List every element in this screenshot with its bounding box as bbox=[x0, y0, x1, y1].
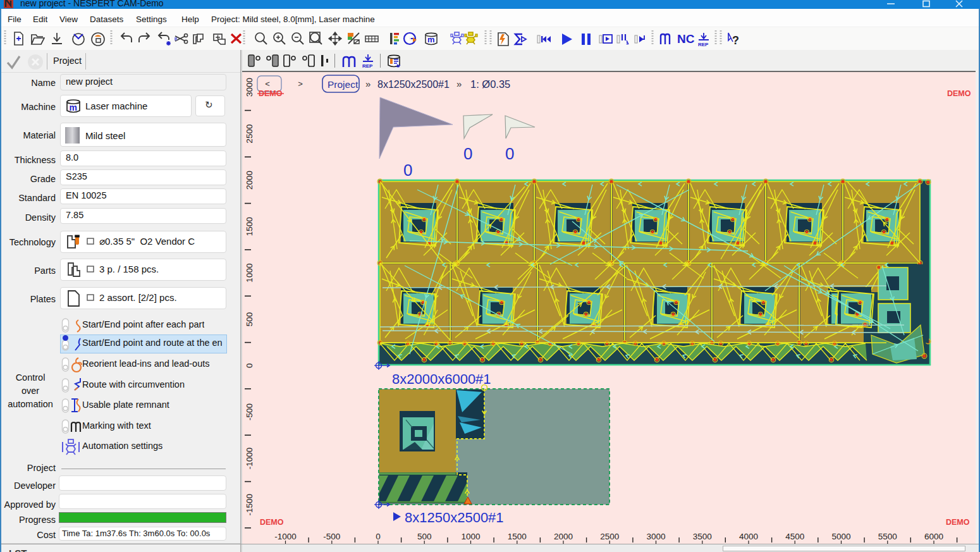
svg-text:6000: 6000 bbox=[924, 532, 943, 541]
svg-text:-1000: -1000 bbox=[245, 448, 254, 470]
svg-text:2500: 2500 bbox=[600, 532, 619, 541]
svg-text:»: » bbox=[365, 78, 371, 89]
svg-text:m: m bbox=[427, 35, 435, 44]
svg-text:-500: -500 bbox=[323, 532, 340, 541]
svg-text:DEMO: DEMO bbox=[946, 518, 970, 527]
svg-text:0: 0 bbox=[505, 144, 514, 163]
svg-text:2000: 2000 bbox=[245, 171, 254, 190]
svg-text:0: 0 bbox=[403, 161, 412, 180]
svg-text:5000: 5000 bbox=[831, 532, 850, 541]
svg-text:-1000: -1000 bbox=[274, 532, 297, 541]
svg-text:1500: 1500 bbox=[245, 217, 254, 236]
svg-text:1000: 1000 bbox=[461, 532, 480, 541]
svg-text:8x2000x6000#1: 8x2000x6000#1 bbox=[392, 371, 491, 387]
svg-text:2500: 2500 bbox=[245, 125, 254, 144]
svg-text:3000: 3000 bbox=[245, 78, 254, 97]
svg-text:8x1250x2500#1: 8x1250x2500#1 bbox=[405, 510, 504, 525]
svg-text:-500: -500 bbox=[245, 403, 254, 420]
svg-text:<: < bbox=[265, 79, 270, 89]
svg-text:NC: NC bbox=[677, 32, 695, 46]
svg-text:0: 0 bbox=[245, 364, 254, 369]
svg-text:1: Ø0.35: 1: Ø0.35 bbox=[470, 78, 510, 90]
svg-text:DEMO: DEMO bbox=[260, 518, 284, 527]
svg-text:3000: 3000 bbox=[646, 532, 665, 541]
svg-text:0: 0 bbox=[376, 532, 381, 541]
svg-text:-1500: -1500 bbox=[245, 494, 254, 516]
svg-text:»: » bbox=[456, 78, 462, 89]
svg-text:DEMO: DEMO bbox=[947, 89, 971, 98]
svg-text:REP: REP bbox=[362, 63, 373, 69]
svg-text:3500: 3500 bbox=[693, 532, 712, 541]
svg-text:1500: 1500 bbox=[508, 532, 527, 541]
svg-text:m: m bbox=[70, 102, 77, 113]
svg-text:?: ? bbox=[732, 34, 739, 47]
svg-text:REP: REP bbox=[698, 42, 709, 47]
svg-text:2000: 2000 bbox=[554, 532, 573, 541]
svg-text:5500: 5500 bbox=[878, 532, 897, 541]
svg-text:0: 0 bbox=[463, 144, 472, 163]
svg-text:4000: 4000 bbox=[739, 532, 758, 541]
svg-text:1000: 1000 bbox=[245, 264, 254, 283]
svg-text:500: 500 bbox=[245, 312, 254, 327]
svg-text:Project: Project bbox=[328, 79, 358, 90]
svg-text:8x1250x2500#1: 8x1250x2500#1 bbox=[377, 79, 450, 90]
svg-text:>: > bbox=[298, 79, 303, 89]
svg-text:500: 500 bbox=[417, 532, 432, 541]
svg-text:4500: 4500 bbox=[785, 532, 804, 541]
